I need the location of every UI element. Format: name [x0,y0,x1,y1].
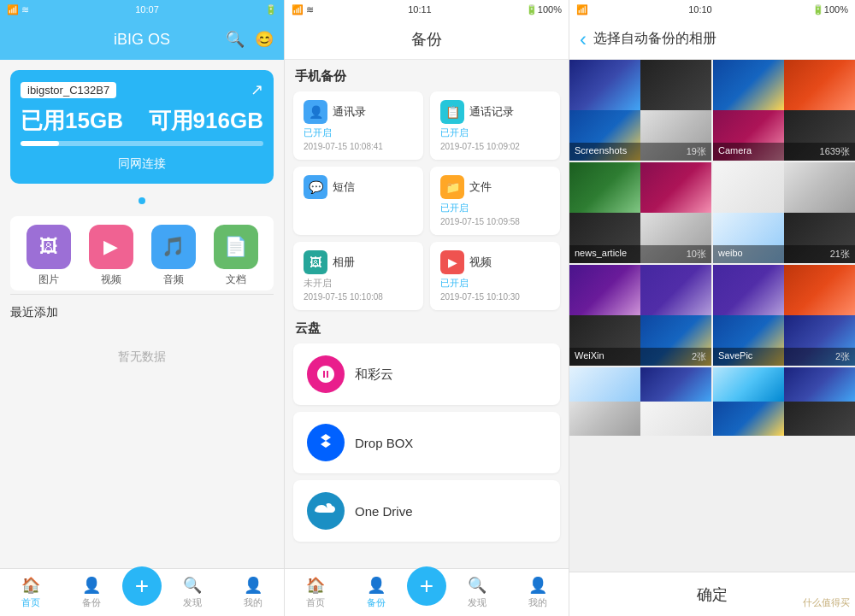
time-1: 10:07 [135,4,159,15]
status-bar-3: 📶 10:10 🔋100% [569,0,855,19]
video-icon: ▶ [440,250,464,274]
search-icon[interactable]: 🔍 [226,30,245,49]
panel-album-select: 📶 10:10 🔋100% ‹ 选择自动备份的相册 Screenshots 19… [569,0,855,616]
backup-card-header-contacts: 👤 通讯录 [304,100,413,124]
storage-progress-bar [21,141,263,146]
backup-card-calllog[interactable]: 📋 通话记录 已开启 2019-07-15 10:09:02 [430,91,560,160]
video-status: 已开启 [440,277,550,290]
nav-home-2[interactable]: 🏠 首页 [285,576,346,609]
hecaiyun-logo [307,355,345,393]
divider-1 [10,294,274,295]
fab-icon-1: + [135,574,149,598]
album-weixin-name: WeiXin [575,350,604,363]
back-button[interactable]: ‹ [580,27,587,51]
onedrive-name: One Drive [355,504,413,519]
tab-photos[interactable]: 🖼 图片 [27,225,71,287]
panel-ibigos: 📶 ≋ 10:07 🔋 iBIG OS 🔍 😊 ibigstor_C132B7 … [0,0,285,616]
confirm-button[interactable]: 确定 [663,578,762,612]
time-3: 10:10 [688,4,712,15]
album-savepic-name: SavePic [718,350,752,363]
profile-label-1: 我的 [244,596,262,609]
storage-progress-fill [21,141,59,146]
storage-avail: 可用916GB [149,106,263,136]
discover-label-1: 发现 [183,596,202,609]
backup-card-header-video: ▶ 视频 [440,250,550,274]
album-name: 相册 [333,255,355,270]
status-right-2: 🔋100% [526,4,562,15]
cloud-card-onedrive[interactable]: One Drive [293,480,560,542]
album-savepic-label: SavePic 2张 [713,348,855,366]
photo-grid: Screenshots 19张 Camera 1639张 [569,60,855,436]
backup-card-sms[interactable]: 💬 短信 [293,167,423,235]
cloud-card-dropbox[interactable]: Drop BOX [293,412,560,473]
panel-backup: 📶 ≋ 10:11 🔋100% 备份 手机备份 👤 通讯录 已开启 2019-0… [285,0,569,616]
backup-card-video[interactable]: ▶ 视频 已开启 2019-07-15 10:10:30 [430,242,560,310]
cloud-card-hecaiyun[interactable]: 和彩云 [293,343,560,405]
extra2-thumb-2 [784,367,855,402]
nav-fab-1[interactable]: + [122,566,162,606]
status-bar-1: 📶 ≋ 10:07 🔋 [0,0,284,19]
content-2: 手机备份 👤 通讯录 已开启 2019-07-15 10:08:41 📋 通话记… [285,60,569,568]
photos-icon-box: 🖼 [27,225,71,269]
backup-card-header-sms: 💬 短信 [304,175,413,199]
album-savepic-count: 2张 [835,350,850,363]
nav-backup-2[interactable]: 👤 备份 [346,576,408,609]
backup-icon-1: 👤 [82,576,101,595]
phone-section-heading: 手机备份 [293,68,560,85]
used-unit: GB [90,108,123,133]
battery-icon-1: 🔋 [265,4,277,15]
nav-discover-1[interactable]: 🔍 发现 [162,576,223,609]
audio-icon-box: 🎵 [151,225,196,269]
weixin-thumb-2 [640,265,711,315]
album-news[interactable]: news_article 10张 [569,162,711,263]
album-extra1-inner [569,367,711,436]
nav-profile-1[interactable]: 👤 我的 [223,576,285,609]
tab-videos[interactable]: ▶ 视频 [89,225,133,287]
app-title: iBIG OS [114,31,170,49]
backup-card-album[interactable]: 🖼 相册 未开启 2019-07-15 10:10:08 [293,242,423,310]
nav-discover-2[interactable]: 🔍 发现 [446,576,508,609]
album-thumb-2 [640,60,711,110]
nav-home-1[interactable]: 🏠 首页 [0,576,62,609]
connect-button[interactable]: 同网连接 [21,155,263,173]
extra1-thumb-2 [640,367,711,402]
tab-audio[interactable]: 🎵 音频 [151,225,196,287]
discover-label-2: 发现 [468,596,486,609]
calllog-icon: 📋 [440,100,464,124]
album-extra1[interactable] [569,367,711,436]
album-screenshots[interactable]: Screenshots 19张 [569,60,711,161]
tab-docs[interactable]: 📄 文档 [214,225,258,287]
nav-fab-2[interactable]: + [407,566,446,606]
album-news-name: news_article [575,248,627,261]
album-weibo[interactable]: weibo 21张 [713,162,855,263]
album-screenshots-label: Screenshots 19张 [569,143,711,161]
emoji-icon[interactable]: 😊 [255,30,274,49]
no-data-text: 暂无数据 [0,324,284,390]
album-weixin[interactable]: WeiXin 2张 [569,265,711,366]
nav-profile-2[interactable]: 👤 我的 [508,576,569,609]
calllog-time: 2019-07-15 10:09:02 [440,142,550,151]
album-extra2[interactable] [713,367,855,436]
album-camera[interactable]: Camera 1639张 [713,60,855,161]
header-icons: 🔍 😊 [226,30,274,49]
album-news-count: 10张 [687,248,706,261]
album-savepic[interactable]: SavePic 2张 [713,265,855,366]
news-thumb-1 [569,162,640,213]
album-weibo-label: weibo 21张 [713,245,855,263]
storage-used: 已用15GB [21,106,123,136]
files-time: 2019-07-15 10:09:58 [440,217,550,226]
backup-card-contacts[interactable]: 👤 通讯录 已开启 2019-07-15 10:08:41 [293,91,423,160]
files-status: 已开启 [440,202,550,214]
status-left-2: 📶 ≋ [292,4,314,15]
backup-card-files[interactable]: 📁 文件 已开启 2019-07-15 10:09:58 [430,167,560,235]
docs-label: 文档 [226,273,246,287]
extra2-thumb-3 [713,402,784,436]
album-status: 未开启 [304,277,413,290]
album-grid-content: Screenshots 19张 Camera 1639张 [569,60,855,572]
fab-icon-2: + [420,574,433,598]
export-icon[interactable]: ↗ [251,80,263,99]
nav-backup-1[interactable]: 👤 备份 [62,576,123,609]
header-2: 备份 [285,19,569,60]
album-select-title: 选择自动备份的相册 [593,30,716,48]
album-icon: 🖼 [304,250,327,274]
